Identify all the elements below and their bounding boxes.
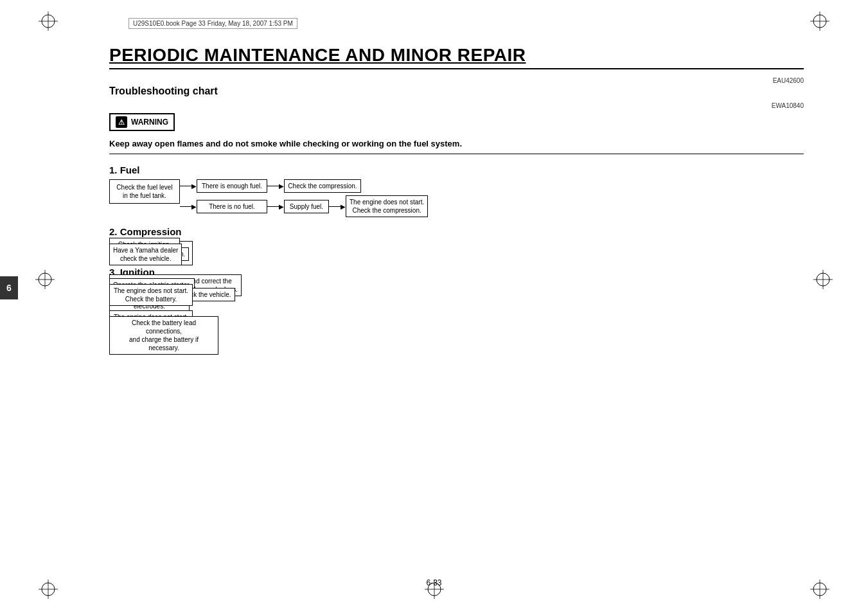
warning-icon: ⚠ bbox=[116, 116, 127, 128]
compression-branches: ▶ There is compression. ▶ Check the igni… bbox=[109, 241, 143, 258]
fuel-flow: Check the fuel level in the fuel tank. ▶… bbox=[109, 179, 804, 217]
fuel-branch-bottom: ▶ There is no fuel. ▶ Supply fuel. ▶ The bbox=[180, 195, 428, 217]
page-number: 6-33 bbox=[426, 578, 441, 587]
page-title: PERIODIC MAINTENANCE AND MINOR REPAIR bbox=[109, 45, 804, 69]
fuel-enough-box: There is enough fuel. bbox=[197, 179, 267, 193]
reg-mark-br bbox=[810, 580, 829, 601]
warning-box: ⚠ WARNING bbox=[109, 113, 175, 131]
compression-branch-bottom: ▶ There is no compression. ▶ Have a Yama… bbox=[109, 251, 143, 258]
fuel-start-box: Check the fuel level in the fuel tank. bbox=[109, 179, 180, 204]
ignition-branches: ▶ Wet ▶ Wipe off with a dry cloth and co… bbox=[109, 281, 159, 298]
fuel-no-fuel-box: There is no fuel. bbox=[197, 200, 267, 213]
reg-mark-ml bbox=[35, 270, 55, 292]
reg-mark-bl bbox=[39, 580, 58, 601]
battery-slow-branch: ▶ The engine turns overslowly. ▶ Check t… bbox=[109, 332, 159, 339]
section-fuel-label: 1. Fuel bbox=[109, 164, 804, 175]
battery-charge-box: Check the battery lead connections,and c… bbox=[109, 316, 218, 355]
compression-dealer-box: Have a Yamaha dealercheck the vehicle. bbox=[109, 244, 182, 265]
reg-mark-tl bbox=[39, 12, 58, 33]
fuel-check-compression-box: Check the compression. bbox=[284, 179, 361, 193]
fuel-branch-top: ▶ There is enough fuel. ▶ Check the comp… bbox=[180, 179, 428, 193]
flowchart-diagram: 1. Fuel Check the fuel level in the fuel… bbox=[109, 164, 804, 339]
file-info: U29S10E0.book Page 33 Friday, May 18, 20… bbox=[128, 18, 297, 29]
battery-branches: ▶ The engine turns overquickly. ▶ The ba… bbox=[109, 322, 159, 339]
ignition-no-start-box: The engine does not start.Check the batt… bbox=[109, 284, 193, 306]
warning-label: WARNING bbox=[131, 118, 168, 127]
fuel-supply-box: Supply fuel. bbox=[284, 200, 329, 213]
battery-flow: Operate the electric starter. ▶ The engi… bbox=[109, 322, 804, 339]
section-subtitle: Troubleshooting chart bbox=[109, 85, 804, 97]
section-compression-label: 2. Compression bbox=[109, 226, 804, 237]
reg-mark-mr bbox=[813, 270, 833, 292]
warning-text: Keep away open flames and do not smoke w… bbox=[109, 139, 804, 154]
main-content: PERIODIC MAINTENANCE AND MINOR REPAIR EA… bbox=[109, 45, 804, 348]
compression-flow: Operate the electric starter. ▶ There is… bbox=[109, 241, 804, 258]
ignition-flow: Remove the spark plugsand check the elec… bbox=[109, 281, 804, 298]
ref-code-bottom: EWA10840 bbox=[109, 102, 804, 109]
ref-code-top: EAU42600 bbox=[109, 77, 804, 84]
fuel-engine-no-start-box: The engine does not start.Check the comp… bbox=[346, 195, 428, 217]
fuel-branches: ▶ There is enough fuel. ▶ Check the comp… bbox=[180, 179, 428, 217]
page-tab: 6 bbox=[0, 276, 18, 299]
page: U29S10E0.book Page 33 Friday, May 18, 20… bbox=[0, 0, 868, 613]
reg-mark-tr bbox=[810, 12, 829, 33]
ignition-dry-branch: ▶ Dry ▶ Have a Yamaha dealer check the v… bbox=[109, 291, 159, 298]
